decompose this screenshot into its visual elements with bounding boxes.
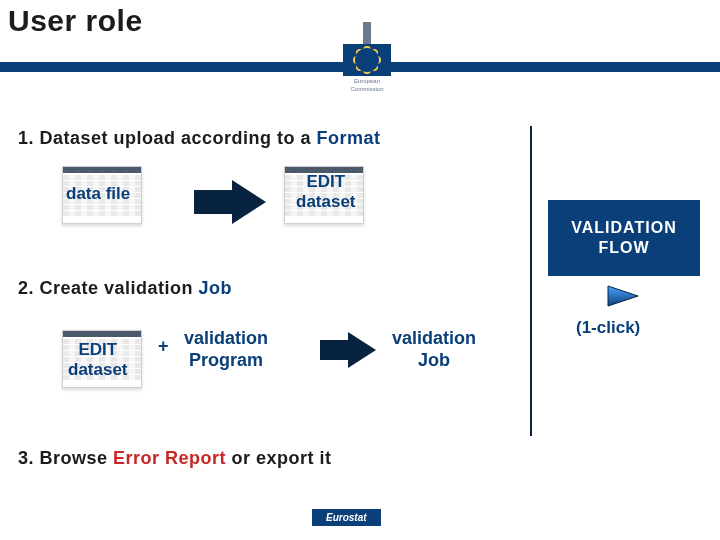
section-3-heading: 3. Browse Error Report or export it [18,448,332,469]
sec2-pre: Create validation [40,278,199,298]
validation-flow-l1: VALIDATION [571,219,676,236]
footer-eurostat: Eurostat [312,509,381,526]
edit-dataset-label-1: EDIT dataset [296,172,356,211]
arrow-right-icon-1 [232,180,266,224]
eu-flag-icon [343,44,391,76]
sec1-accent: Format [317,128,381,148]
sec3-pre: Browse [40,448,114,468]
sec3-num: 3. [18,448,34,468]
slide-root: User role European Commission VALIDATION… [0,0,720,540]
section-1-heading: 1. Dataset upload according to a Format [18,128,381,149]
one-click-label: (1-click) [576,318,640,338]
ec-logo: European Commission [332,22,402,92]
data-file-label: data file [66,184,130,204]
page-title: User role [8,4,143,38]
sec1-num: 1. [18,128,34,148]
logo-caption-bottom: Commission [350,86,383,92]
validation-flow-box: VALIDATION FLOW [548,200,700,276]
validation-program-label: validation Program [184,328,268,371]
svg-marker-0 [608,286,638,306]
sec1-pre: Dataset upload according to a [40,128,317,148]
edit-dataset-label-2: EDIT dataset [68,340,128,379]
sec3-post: or export it [226,448,332,468]
arrow-right-icon-2 [348,332,376,368]
validation-job-label: validation Job [392,328,476,371]
section-2-heading: 2. Create validation Job [18,278,232,299]
logo-caption-top: European [354,78,380,84]
vertical-divider [530,126,532,436]
plus-sign: + [158,336,169,358]
sec2-accent: Job [199,278,233,298]
validation-flow-l2: FLOW [598,239,649,256]
sec3-accent: Error Report [113,448,226,468]
play-icon [606,284,640,308]
sec2-num: 2. [18,278,34,298]
